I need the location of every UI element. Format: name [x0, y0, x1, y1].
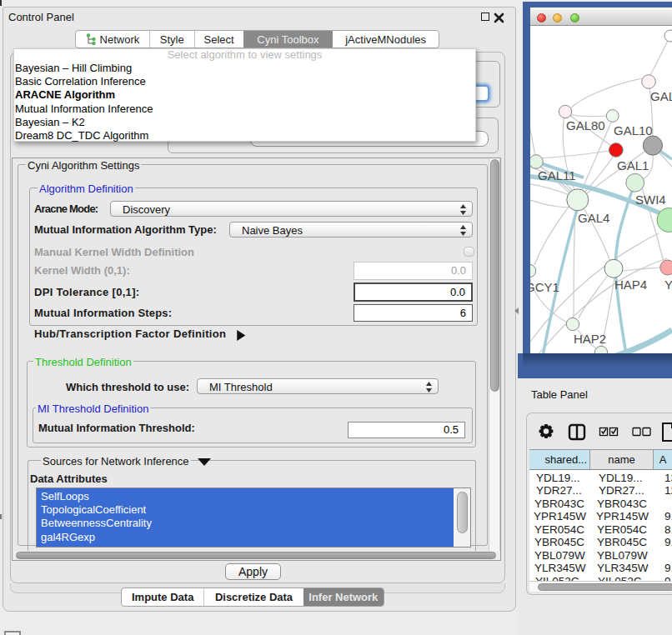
svg-text:GAL7: GAL7 — [650, 89, 672, 103]
svg-text:GAL1: GAL1 — [617, 158, 649, 172]
svg-text:GAL10: GAL10 — [614, 123, 653, 138]
svg-text:GAL80: GAL80 — [566, 118, 605, 132]
svg-text:SWI4: SWI4 — [635, 192, 666, 207]
svg-text:GCY1: GCY1 — [530, 280, 559, 294]
svg-text:Y: Y — [664, 278, 672, 292]
svg-text:HAP2: HAP2 — [574, 332, 606, 346]
svg-text:HAP4: HAP4 — [614, 278, 647, 292]
svg-text:GAL11: GAL11 — [538, 168, 576, 182]
svg-text:GAL4: GAL4 — [578, 211, 609, 225]
